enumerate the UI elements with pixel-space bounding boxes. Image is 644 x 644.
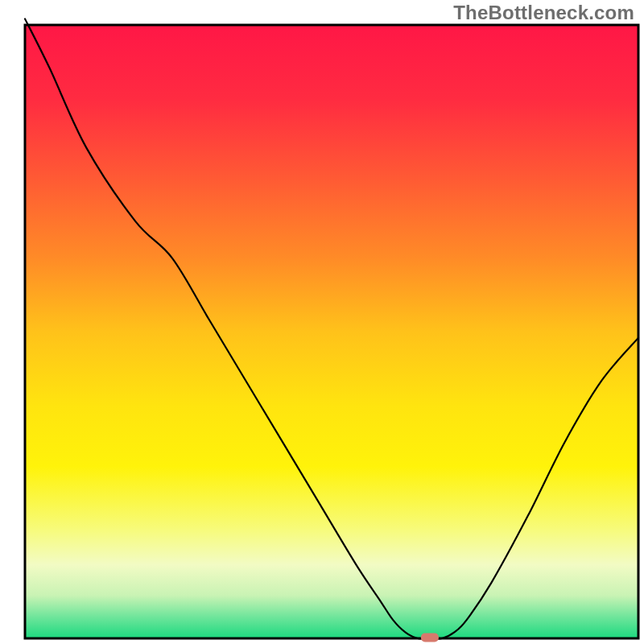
chart-svg <box>0 0 644 644</box>
bottleneck-chart: TheBottleneck.com <box>0 0 644 644</box>
plot-background <box>25 25 638 638</box>
optimal-marker <box>421 634 439 642</box>
watermark-text: TheBottleneck.com <box>453 2 634 24</box>
